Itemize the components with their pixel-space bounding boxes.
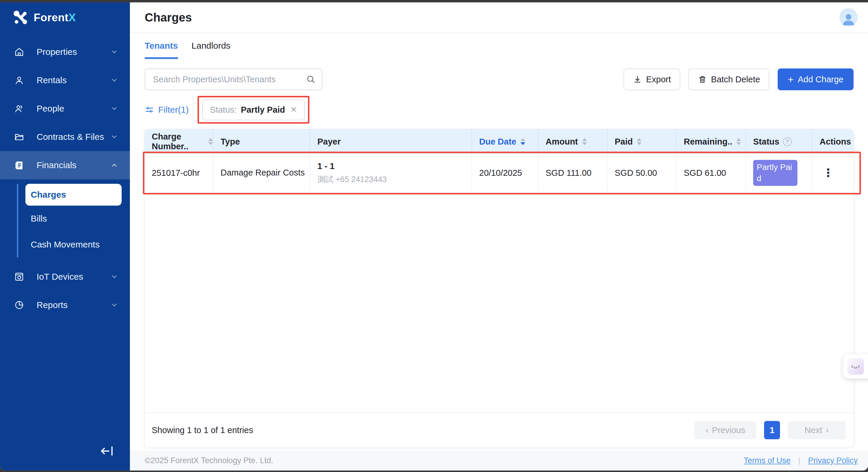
previous-page-button[interactable]: ‹ Previous	[694, 421, 756, 439]
sidebar-item-properties[interactable]: Properties	[0, 38, 130, 66]
window-top-border	[0, 0, 868, 2]
cell-actions: ⋮	[812, 154, 854, 192]
column-header-actions: Actions	[812, 129, 854, 154]
sidebar-item-label: Cash Movements	[31, 240, 99, 249]
close-icon[interactable]: ✕	[290, 105, 297, 114]
sidebar-collapse-button[interactable]	[100, 445, 115, 457]
sidebar-item-label: Financials	[37, 160, 111, 170]
cell-amount: SGD 111.00	[538, 154, 608, 192]
chip-value: Partly Paid	[241, 105, 285, 115]
sidebar-item-bills[interactable]: Bills	[0, 206, 130, 232]
forentx-logo-icon	[13, 10, 28, 25]
help-icon[interactable]: ?	[783, 137, 792, 146]
toolbar: Export Batch Delete +	[145, 68, 854, 90]
sidebar-item-reports[interactable]: Reports	[0, 291, 130, 319]
chevron-down-icon	[111, 273, 118, 280]
entries-summary: Showing 1 to 1 of 1 entries	[152, 426, 253, 435]
tab-tenants[interactable]: Tenants	[145, 41, 178, 59]
status-filter-chip[interactable]: Status: Partly Paid ✕	[202, 99, 305, 121]
sidebar-item-label: Properties	[37, 47, 111, 57]
tab-bar: Tenants Landlords	[145, 41, 854, 59]
cell-paid: SGD 50.00	[608, 154, 677, 192]
person-icon	[14, 75, 24, 85]
sort-icon[interactable]	[521, 138, 525, 145]
page-title: Charges	[145, 11, 192, 24]
chevron-down-icon	[111, 301, 118, 309]
kebab-menu-icon[interactable]: ⋮	[819, 166, 837, 180]
terms-of-use-link[interactable]: Terms of Use	[744, 456, 790, 465]
batch-delete-button-label: Batch Delete	[711, 75, 760, 85]
next-page-button[interactable]: Next ›	[788, 421, 845, 439]
brand-name: ForentX	[34, 11, 76, 24]
sidebar-item-label: IoT Devices	[37, 272, 111, 282]
column-header-remaining[interactable]: Remaining..	[677, 129, 746, 154]
sidebar-item-people[interactable]: People	[0, 94, 130, 123]
table-row[interactable]: 251017-c0hr Damage Repair Costs 1 - 1 測試…	[145, 154, 854, 192]
plus-icon: +	[788, 74, 794, 85]
search-box	[145, 68, 322, 90]
export-button-label: Export	[646, 75, 671, 85]
pie-chart-icon	[14, 300, 24, 310]
table-empty-space	[145, 192, 854, 412]
column-header-due-date[interactable]: Due Date	[472, 129, 538, 154]
sidebar: ForentX Properties	[0, 2, 130, 471]
filter-row: Filter(1) Status: Partly Paid ✕	[145, 99, 854, 121]
page-number-button[interactable]: 1	[764, 421, 780, 439]
sidebar-item-label: Charges	[31, 190, 66, 200]
sort-icon[interactable]	[582, 138, 587, 145]
sidebar-item-rentals[interactable]: Rentals	[0, 66, 130, 94]
search-icon[interactable]	[306, 74, 316, 85]
copyright-text: ©2025 ForentX Technology Pte. Ltd.	[145, 456, 273, 465]
sidebar-item-label: Reports	[37, 300, 111, 310]
column-header-payer: Payer	[310, 129, 472, 154]
sidebar-item-label: Bills	[31, 213, 47, 224]
column-header-status: Status ?	[746, 129, 812, 154]
sort-icon[interactable]	[736, 138, 741, 145]
chevron-up-icon	[111, 161, 118, 169]
filter-button-label: Filter(1)	[158, 105, 189, 115]
brand-logo[interactable]: ForentX	[0, 2, 130, 33]
sort-icon[interactable]	[208, 138, 213, 145]
file-text-icon	[14, 160, 24, 170]
export-button[interactable]: Export	[624, 68, 680, 90]
search-input[interactable]	[145, 68, 322, 90]
download-icon	[633, 75, 642, 84]
sidebar-item-label: Rentals	[37, 75, 111, 85]
assistant-widget-button[interactable]: ›ᴗ‹	[843, 354, 868, 378]
cell-due-date: 20/10/2025	[472, 154, 538, 192]
sidebar-item-charges[interactable]: Charges	[25, 184, 122, 206]
sidebar-item-cash-movements[interactable]: Cash Movements	[0, 232, 130, 258]
column-header-amount[interactable]: Amount	[538, 129, 608, 154]
sidebar-item-label: People	[37, 104, 111, 113]
folder-icon	[14, 132, 24, 142]
column-header-charge-number[interactable]: Charge Number..	[145, 129, 213, 154]
privacy-policy-link[interactable]: Privacy Policy	[808, 456, 858, 465]
sidebar-item-iot-devices[interactable]: IoT Devices	[0, 263, 130, 291]
charges-table-card: Charge Number.. Type Payer Due Date Am	[145, 129, 854, 447]
sidebar-item-financials[interactable]: Financials	[0, 151, 130, 179]
pager: ‹ Previous 1 Next ›	[694, 421, 845, 439]
batch-delete-button[interactable]: Batch Delete	[688, 68, 769, 90]
filter-button[interactable]: Filter(1)	[145, 105, 189, 115]
people-icon	[14, 104, 24, 113]
sidebar-item-contracts-files[interactable]: Contracts & Files	[0, 123, 130, 151]
submenu-accent-line	[17, 184, 18, 258]
chip-prefix: Status:	[210, 105, 237, 115]
payer-phone: 測試 +65 24123443	[317, 174, 387, 185]
chevron-left-icon: ‹	[706, 426, 709, 435]
home-icon	[14, 47, 24, 57]
cell-status: Partly Paid	[746, 154, 812, 192]
cell-type: Damage Repair Costs	[213, 154, 310, 192]
sort-icon[interactable]	[637, 138, 642, 145]
sidebar-item-label: Contracts & Files	[37, 132, 111, 142]
tab-landlords[interactable]: Landlords	[192, 41, 230, 59]
add-charge-button[interactable]: + Add Charge	[778, 68, 854, 90]
trash-icon	[698, 75, 707, 84]
column-header-paid[interactable]: Paid	[608, 129, 677, 154]
app-window: ForentX Properties	[0, 2, 868, 471]
page-header: Charges	[130, 2, 868, 33]
user-avatar[interactable]	[839, 8, 858, 27]
table-row-wrap: 251017-c0hr Damage Repair Costs 1 - 1 測試…	[145, 154, 854, 192]
chevron-down-icon	[111, 133, 118, 141]
status-badge: Partly Paid	[753, 160, 798, 186]
